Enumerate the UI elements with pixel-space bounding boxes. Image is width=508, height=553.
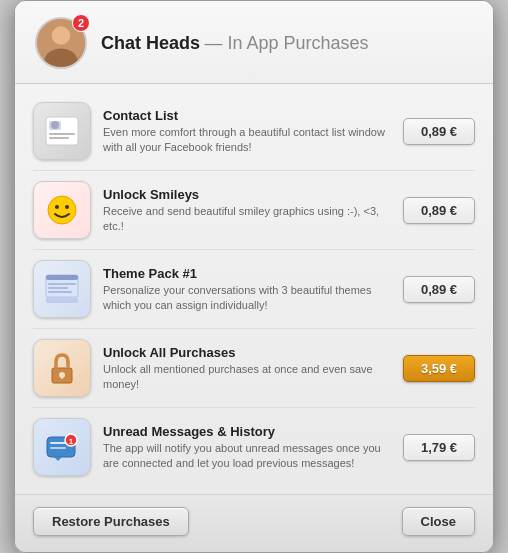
close-button[interactable]: Close (402, 507, 475, 536)
buy-button-unlock-smileys[interactable]: 0,89 € (403, 197, 475, 224)
list-item: Theme Pack #1 Personalize your conversat… (33, 250, 475, 329)
buy-button-unlock-all[interactable]: 3,59 € (403, 355, 475, 382)
footer: Restore Purchases Close (15, 494, 493, 552)
svg-point-10 (65, 205, 69, 209)
item-icon-unlock-all (33, 339, 91, 397)
item-name: Unlock Smileys (103, 187, 393, 202)
restore-purchases-button[interactable]: Restore Purchases (33, 507, 189, 536)
item-text-theme-pack: Theme Pack #1 Personalize your conversat… (103, 266, 393, 313)
svg-rect-22 (50, 447, 66, 449)
item-icon-unread-messages: 1 (33, 418, 91, 476)
buy-button-contact-list[interactable]: 0,89 € (403, 118, 475, 145)
item-text-unlock-all: Unlock All Purchases Unlock all mentione… (103, 345, 393, 392)
svg-point-1 (52, 26, 70, 44)
list-item: Contact List Even more comfort through a… (33, 92, 475, 171)
svg-rect-12 (46, 275, 78, 280)
svg-marker-23 (54, 457, 62, 461)
header-title-group: Chat Heads — In App Purchases (101, 33, 369, 54)
item-desc: The app will notify you about unread mes… (103, 441, 393, 471)
item-desc: Receive and send beautiful smiley graphi… (103, 204, 393, 234)
svg-point-7 (51, 121, 59, 129)
avatar-wrapper: 2 (35, 17, 87, 69)
buy-button-theme-pack[interactable]: 0,89 € (403, 276, 475, 303)
section-title: In App Purchases (228, 33, 369, 53)
app-name: Chat Heads (101, 33, 200, 53)
notification-badge: 2 (72, 14, 90, 32)
item-desc: Personalize your conversations with 3 be… (103, 283, 393, 313)
buy-button-unread-messages[interactable]: 1,79 € (403, 434, 475, 461)
dialog: 2 Chat Heads — In App Purchases Con (14, 0, 494, 553)
item-text-unread-messages: Unread Messages & History The app will n… (103, 424, 393, 471)
list-item: 1 Unread Messages & History The app will… (33, 408, 475, 486)
item-text-contact-list: Contact List Even more comfort through a… (103, 108, 393, 155)
purchase-items-list: Contact List Even more comfort through a… (15, 84, 493, 494)
svg-rect-19 (61, 375, 63, 379)
svg-point-8 (48, 196, 76, 224)
svg-point-9 (55, 205, 59, 209)
header: 2 Chat Heads — In App Purchases (15, 1, 493, 84)
svg-rect-6 (49, 137, 69, 139)
svg-rect-16 (46, 297, 78, 303)
svg-rect-5 (49, 133, 75, 135)
item-icon-contact-list (33, 102, 91, 160)
svg-text:1: 1 (69, 437, 74, 446)
item-name: Unlock All Purchases (103, 345, 393, 360)
svg-rect-15 (48, 291, 72, 293)
svg-rect-13 (48, 283, 76, 285)
item-icon-theme-pack (33, 260, 91, 318)
svg-rect-14 (48, 287, 68, 289)
item-name: Theme Pack #1 (103, 266, 393, 281)
item-desc: Unlock all mentioned purchases at once a… (103, 362, 393, 392)
header-separator: — (204, 33, 227, 53)
item-name: Contact List (103, 108, 393, 123)
list-item: Unlock Smileys Receive and send beautifu… (33, 171, 475, 250)
list-item: Unlock All Purchases Unlock all mentione… (33, 329, 475, 408)
item-icon-unlock-smileys (33, 181, 91, 239)
item-desc: Even more comfort through a beautiful co… (103, 125, 393, 155)
item-text-unlock-smileys: Unlock Smileys Receive and send beautifu… (103, 187, 393, 234)
item-name: Unread Messages & History (103, 424, 393, 439)
